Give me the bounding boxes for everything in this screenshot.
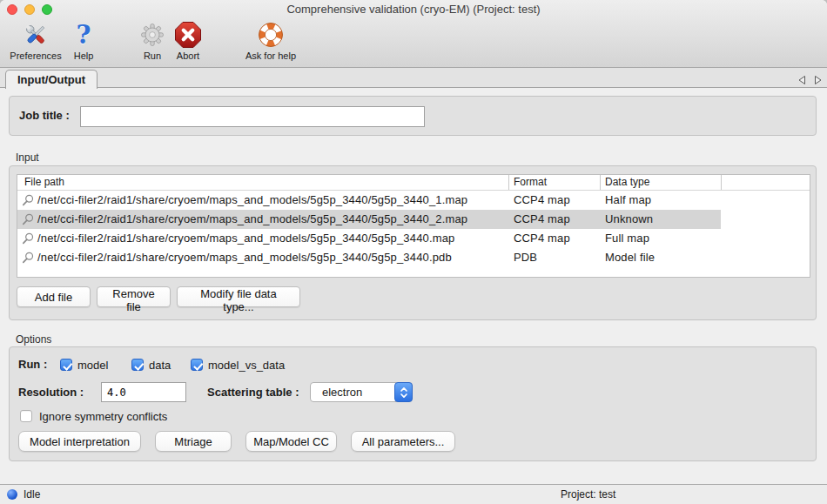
selected-option: electron	[322, 386, 362, 399]
tab-scroll-right-icon[interactable]	[814, 73, 823, 89]
column-header-file-path[interactable]: File path	[24, 176, 64, 189]
format-cell: PDB	[514, 251, 537, 264]
job-title-input[interactable]	[80, 106, 425, 127]
toolbar-button-ask-for-help[interactable]: Ask for help	[240, 20, 301, 61]
file-table-row[interactable]: /net/cci-filer2/raid1/share/cryoem/maps_…	[17, 210, 810, 229]
job-title-group: Job title :	[9, 96, 817, 136]
checkbox-icon	[60, 359, 72, 371]
checkbox-icon	[191, 359, 203, 371]
stop-x-icon	[168, 20, 208, 50]
toolbar-button-abort[interactable]: Abort	[168, 20, 208, 61]
toolbar-label: Preferences	[2, 50, 70, 61]
file-table-body: /net/cci-filer2/raid1/share/cryoem/maps_…	[17, 191, 810, 267]
file-action-button[interactable]: Modify file data type...	[177, 286, 300, 307]
toolbar-button-help[interactable]: ? Help	[68, 20, 99, 61]
checkbox-label: model_vs_data	[208, 359, 285, 372]
column-header-data-type[interactable]: Data type	[605, 176, 649, 189]
toolbar-label: Ask for help	[240, 50, 301, 61]
chevron-up-down-icon	[394, 382, 413, 402]
file-path-cell: /net/cci-filer2/raid1/share/cryoem/maps_…	[37, 251, 452, 264]
run-label: Run :	[18, 358, 47, 371]
scattering-table-select[interactable]: electron	[310, 382, 413, 402]
options-buttons-row: Model interpretation Mtriage Map/Model C…	[18, 431, 455, 452]
options-action-button[interactable]: All parameters...	[351, 431, 455, 452]
job-title-label: Job title :	[19, 109, 70, 122]
toolbar-button-run[interactable]: Run	[133, 20, 171, 61]
magnifier-icon	[22, 213, 34, 228]
file-action-button[interactable]: Remove file	[97, 286, 171, 307]
input-group: File path Format Data type	[9, 165, 817, 320]
resolution-label: Resolution :	[18, 386, 84, 399]
checkbox-label: Ignore symmetry conflicts	[39, 410, 167, 423]
run-checkbox[interactable]: model_vs_data	[191, 357, 285, 373]
input-section-label: Input	[16, 151, 39, 164]
status-sphere-icon	[7, 489, 17, 500]
options-action-button[interactable]: Map/Model CC	[245, 431, 337, 452]
toolbar-button-preferences[interactable]: Preferences	[2, 20, 70, 61]
scattering-table-label: Scattering table :	[207, 386, 299, 399]
options-section-label: Options	[16, 333, 51, 346]
file-action-button[interactable]: Add file	[17, 286, 91, 307]
magnifier-icon	[22, 194, 34, 209]
data-type-cell: Model file	[605, 251, 655, 264]
status-text: Idle	[24, 488, 40, 501]
data-type-cell: Half map	[605, 193, 651, 206]
file-path-cell: /net/cci-filer2/raid1/share/cryoem/maps_…	[37, 212, 467, 225]
file-table-header: File path Format Data type	[17, 175, 810, 191]
column-divider	[721, 175, 722, 190]
data-type-cell: Full map	[605, 232, 649, 245]
resolution-row: Resolution : Scattering table : electron	[10, 382, 816, 403]
toolbar-label: Abort	[168, 50, 208, 61]
lifebuoy-icon	[240, 20, 301, 50]
options-action-button[interactable]: Mtriage	[155, 431, 232, 452]
file-table-row[interactable]: /net/cci-filer2/raid1/share/cryoem/maps_…	[17, 248, 810, 267]
tools-icon	[2, 20, 70, 50]
file-table-row[interactable]: /net/cci-filer2/raid1/share/cryoem/maps_…	[17, 191, 810, 210]
tab-input-output[interactable]: Input/Output	[5, 70, 97, 89]
file-path-cell: /net/cci-filer2/raid1/share/cryoem/maps_…	[37, 193, 467, 206]
file-path-cell: /net/cci-filer2/raid1/share/cryoem/maps_…	[37, 232, 454, 245]
project-text: Project: test	[561, 488, 615, 501]
file-table: File path Format Data type	[17, 174, 810, 278]
checkbox-icon	[20, 410, 32, 422]
gear-icon	[133, 20, 171, 50]
tab-strip: Input/Output	[0, 68, 827, 88]
checkbox-icon	[131, 359, 144, 371]
run-checkbox[interactable]: model	[60, 357, 108, 373]
column-header-format[interactable]: Format	[514, 176, 547, 189]
format-cell: CCP4 map	[514, 212, 570, 225]
checkbox-label: data	[149, 359, 171, 372]
file-buttons-row: Add file Remove file Modify file data ty…	[17, 286, 300, 307]
file-table-row[interactable]: /net/cci-filer2/raid1/share/cryoem/maps_…	[17, 229, 810, 248]
format-cell: CCP4 map	[514, 193, 570, 206]
app-window: Comprehensive validation (cryo-EM) (Proj…	[0, 0, 827, 504]
status-bar: Idle Project: test	[0, 484, 827, 504]
tab-scroll-left-icon[interactable]	[797, 73, 806, 89]
ignore-symmetry-checkbox[interactable]: Ignore symmetry conflicts	[20, 408, 167, 424]
window-header: Comprehensive validation (cryo-EM) (Proj…	[0, 0, 827, 68]
toolbar-label: Run	[133, 50, 171, 61]
magnifier-icon	[22, 232, 34, 247]
column-divider	[600, 175, 601, 190]
resolution-input[interactable]	[101, 382, 186, 402]
toolbar-label: Help	[68, 50, 99, 61]
data-type-cell: Unknown	[605, 212, 653, 225]
magnifier-icon	[22, 252, 34, 266]
format-cell: CCP4 map	[514, 232, 570, 245]
run-row: Run : model data model_vs_data	[10, 357, 816, 373]
window-title: Comprehensive validation (cryo-EM) (Proj…	[0, 3, 827, 16]
checkbox-label: model	[77, 359, 108, 372]
options-action-button[interactable]: Model interpretation	[18, 431, 141, 452]
run-checkbox[interactable]: data	[131, 357, 171, 373]
options-group: Run : model data model_vs_data Resoluti	[9, 346, 817, 461]
column-divider	[508, 175, 509, 190]
question-mark-icon: ?	[68, 20, 99, 50]
